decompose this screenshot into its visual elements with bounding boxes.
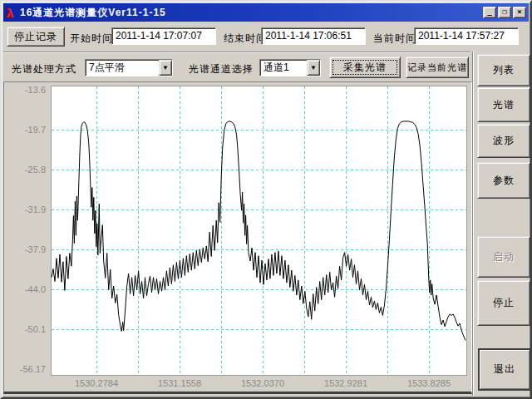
chevron-down-icon[interactable]: ▼ — [159, 60, 172, 76]
side-button-start[interactable]: 启动 — [477, 236, 530, 278]
svg-text:-31.9: -31.9 — [25, 204, 46, 214]
current-time-label: 当前时间 — [373, 32, 416, 46]
svg-text:-37.9: -37.9 — [25, 244, 46, 254]
side-button-list[interactable]: 列表 — [477, 54, 530, 86]
svg-text:-50.1: -50.1 — [25, 324, 46, 334]
svg-text:-56.17: -56.17 — [20, 364, 46, 374]
side-button-parameters[interactable]: 参数 — [477, 162, 530, 199]
app-window: λ 16通道光谱测量仪Ver11-1-15 _ ❐ × 停止记录 开始时间 20… — [0, 0, 532, 399]
minimize-icon[interactable]: _ — [483, 7, 496, 18]
svg-text:1533.8285: 1533.8285 — [407, 378, 451, 388]
restore-icon[interactable]: ❐ — [498, 7, 511, 18]
process-mode-select[interactable]: 7点平滑 ▼ — [85, 59, 173, 76]
side-button-spectrum[interactable]: 光谱 — [477, 87, 530, 122]
start-time-field[interactable]: 2011-1-14 17:07:07 — [111, 27, 216, 45]
window-title: 16通道光谱测量仪Ver11-1-15 — [20, 6, 483, 20]
side-panel-divider — [472, 52, 474, 396]
channel-select[interactable]: 通道1 ▼ — [259, 59, 321, 76]
toolbar-divider — [3, 52, 470, 53]
window-controls: _ ❐ × — [483, 7, 526, 18]
chart-panel: -13.6-19.7-25.8-31.9-37.9-44.0-50.1-56.1… — [3, 81, 472, 394]
process-mode-value: 7点平滑 — [86, 61, 159, 75]
side-button-exit[interactable]: 退出 — [478, 348, 531, 391]
side-button-stop[interactable]: 停止 — [477, 280, 530, 326]
svg-text:-25.8: -25.8 — [25, 165, 46, 175]
end-time-field[interactable]: 2011-1-14 17:06:51 — [261, 27, 366, 45]
close-icon[interactable]: × — [513, 7, 526, 18]
svg-text:-44.0: -44.0 — [25, 284, 46, 294]
current-time-field[interactable]: 2011-1-14 17:57:27 — [414, 27, 519, 45]
stop-record-button[interactable]: 停止记录 — [7, 27, 65, 47]
svg-text:1531.1558: 1531.1558 — [158, 378, 201, 388]
channel-value: 通道1 — [260, 61, 307, 75]
side-button-waveform[interactable]: 波形 — [477, 124, 530, 158]
app-lambda-icon: λ — [6, 6, 20, 20]
acquire-spectrum-button[interactable]: 采集光谱 — [329, 57, 401, 78]
channel-select-label: 光谱通道选择 — [189, 62, 254, 76]
svg-text:-13.6: -13.6 — [25, 85, 46, 95]
svg-text:1530.2784: 1530.2784 — [75, 378, 118, 388]
record-current-spectrum-button[interactable]: 记录当前光谱 — [406, 57, 469, 78]
svg-text:-19.7: -19.7 — [25, 125, 46, 135]
start-time-label: 开始时间 — [70, 32, 113, 46]
title-bar: λ 16通道光谱测量仪Ver11-1-15 _ ❐ × — [3, 3, 529, 22]
svg-text:1532.9281: 1532.9281 — [324, 378, 367, 388]
process-mode-label: 光谱处理方式 — [12, 62, 76, 76]
spectrum-chart: -13.6-19.7-25.8-31.9-37.9-44.0-50.1-56.1… — [4, 82, 471, 389]
chevron-down-icon[interactable]: ▼ — [307, 60, 320, 76]
svg-text:1532.0370: 1532.0370 — [241, 378, 284, 388]
